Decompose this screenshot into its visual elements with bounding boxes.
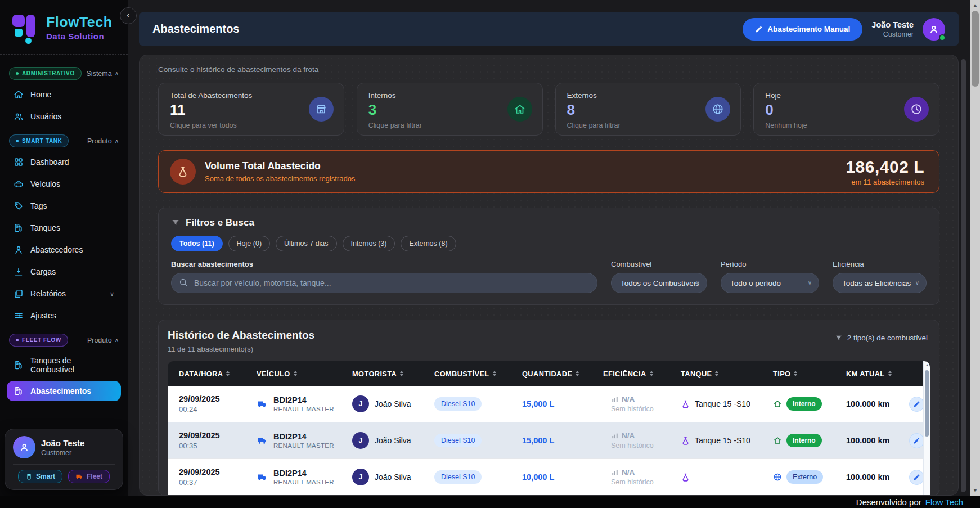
chevron-up-icon[interactable]: ∧ [115,70,119,77]
table-scrollbar[interactable]: ▲ [923,361,930,496]
edit-button[interactable] [909,433,924,448]
pencil-icon [913,437,920,444]
section-fleet-flow[interactable]: FLEET FLOW Produto∧ [9,334,119,347]
filter-pills: Todos (11) Hoje (0) Últimos 7 dias Inter… [171,236,927,251]
scroll-down-arrow-icon[interactable]: ▼ [970,488,980,493]
column-header-data-hora[interactable]: DATA/HORA [179,370,257,378]
badge-dot-icon [16,339,19,341]
sidebar-user-card[interactable]: João Teste Customer Smart Fleet [5,429,123,490]
refuel-quantity: 15,000 L [522,399,603,408]
sidebar-item-home[interactable]: Home [7,84,121,105]
column-header-km-atual[interactable]: KM ATUAL [846,370,909,378]
sidebar-nav: ADMINISTRATIVO Sistema∧ Home Usuários SM… [0,57,128,405]
person-icon [928,24,939,35]
period-select[interactable]: Todo o período ∨ [721,273,819,293]
online-status-dot [939,34,946,41]
column-header-tipo[interactable]: TIPO [773,370,846,378]
efficiency-note: Sem histórico [611,478,681,486]
efficiency-select[interactable]: Todas as Eficiências ∨ [833,273,927,293]
stat-card-externos[interactable]: Externos 8 Clique para filtrar [555,83,741,136]
driver-avatar: J [352,395,369,412]
truck-icon [257,471,268,483]
sidebar-item-tanques-combustivel[interactable]: Tanques de Combustível [7,351,121,379]
table-row[interactable]: 29/09/202500:37 BDI2P14RENAULT MASTER JJ… [168,459,930,496]
table-scrollbar-thumb[interactable] [925,370,929,437]
footer-link[interactable]: Flow Tech [925,497,963,507]
column-header-tanque[interactable]: TANQUE [681,370,773,378]
badge-dot-icon [16,140,19,142]
stat-card-total[interactable]: Total de Abastecimentos 11 Clique para v… [158,83,344,136]
window-scrollbar[interactable]: ▲ ▼ [970,0,980,496]
truck-icon [257,398,268,410]
sort-icon [493,371,496,376]
column-header-veiculo[interactable]: VEÍCULO [257,370,352,378]
sidebar-item-abastecedores[interactable]: Abastecedores [7,240,121,260]
sidebar-item-tanques[interactable]: Tanques [7,218,121,238]
funnel-icon [835,334,843,342]
chevron-down-icon: ∨ [915,280,919,286]
sidebar-item-ajustes[interactable]: Ajustes [7,305,121,326]
search-input[interactable] [171,273,597,293]
car-icon [14,179,24,189]
manual-refuel-button[interactable]: Abastecimento Manual [743,18,862,41]
header-avatar[interactable] [923,18,945,41]
home-icon [773,399,782,408]
filter-pill-externos[interactable]: Externos (8) [401,236,456,251]
stat-subtitle: Nenhum hoje [765,122,928,129]
refuel-date: 29/09/2025 [179,431,257,440]
column-header-eficiencia[interactable]: EFICIÊNCIA [603,370,681,378]
window-scrollbar-thumb[interactable] [972,11,979,87]
sidebar-item-label: Abastecimentos [30,386,91,395]
filter-pill-internos[interactable]: Internos (3) [343,236,395,251]
tank-name: Tanque 15 -S10 [695,399,750,408]
sidebar-item-veiculos[interactable]: Veículos [7,174,121,194]
sidebar-item-relatorios[interactable]: Relatórios ∨ [7,284,121,304]
page-title: Abastecimentos [152,23,240,35]
fuel-select[interactable]: Todos os Combustíveis ∨ [611,273,707,293]
sidebar-item-tags[interactable]: Tags [7,196,121,216]
km-value: 100.000 km [846,473,909,482]
column-header-quantidade[interactable]: QUANTIDADE [522,370,603,378]
scroll-up-arrow-icon[interactable]: ▲ [924,363,930,367]
edit-button[interactable] [909,397,924,412]
table-row[interactable]: 29/09/202500:24 BDI2P14RENAULT MASTER JJ… [168,386,930,422]
scroll-up-arrow-icon[interactable]: ▲ [970,2,980,8]
fleet-product-badge[interactable]: Fleet [68,470,110,483]
bar-chart-icon [611,469,619,476]
refuel-time: 00:24 [179,405,257,413]
refuel-table: DATA/HORA VEÍCULO MOTORISTA COMBUSTÍVEL … [168,361,930,496]
sort-icon [888,371,892,376]
efficiency-value: N/A [622,468,635,476]
table-row[interactable]: 29/09/202500:35 BDI2P14RENAULT MASTER JJ… [168,422,930,459]
stat-card-internos[interactable]: Internos 3 Clique para filtrar [357,83,543,136]
column-header-combustivel[interactable]: COMBUSTÍVEL [434,370,522,378]
fuel-select-label: Combustível [611,260,707,268]
sidebar-collapse-button[interactable]: ‹ [120,7,137,24]
stat-card-hoje[interactable]: Hoje 0 Nenhum hoje [753,83,939,136]
bar-chart-icon [611,432,619,440]
sidebar-item-usuarios[interactable]: Usuários [7,106,121,127]
efficiency-select-label: Eficiência [833,260,927,268]
edit-button[interactable] [909,470,924,485]
chevron-up-icon[interactable]: ∧ [115,337,119,343]
smart-tank-badge: SMART TANK [9,134,69,147]
chevron-up-icon[interactable]: ∧ [115,138,119,144]
history-title: Histórico de Abastecimentos [168,329,930,341]
sidebar-item-abastecimentos[interactable]: Abastecimentos [7,381,121,401]
filters-card: Filtros e Busca Todos (11) Hoje (0) Últi… [158,208,939,305]
volume-banner: Volume Total Abastecido Soma de todos os… [158,150,939,193]
sort-icon [400,371,403,376]
sidebar-item-dashboard[interactable]: Dashboard [7,152,121,172]
filter-pill-hoje[interactable]: Hoje (0) [228,236,270,251]
section-administrativo[interactable]: ADMINISTRATIVO Sistema∧ [9,67,119,80]
filter-pill-todos[interactable]: Todos (11) [171,236,223,251]
sidebar-item-cargas[interactable]: Cargas [7,262,121,282]
fuel-types-note: 2 tipo(s) de combustível [835,334,928,342]
column-header-motorista[interactable]: MOTORISTA [352,370,434,378]
content-scrollbar[interactable] [961,59,966,492]
smart-product-badge[interactable]: Smart [18,470,62,483]
filter-pill-ultimos-7-dias[interactable]: Últimos 7 dias [276,236,337,251]
flask-icon [170,159,196,185]
user-avatar [13,436,35,458]
section-smart-tank[interactable]: SMART TANK Produto∧ [9,134,119,147]
